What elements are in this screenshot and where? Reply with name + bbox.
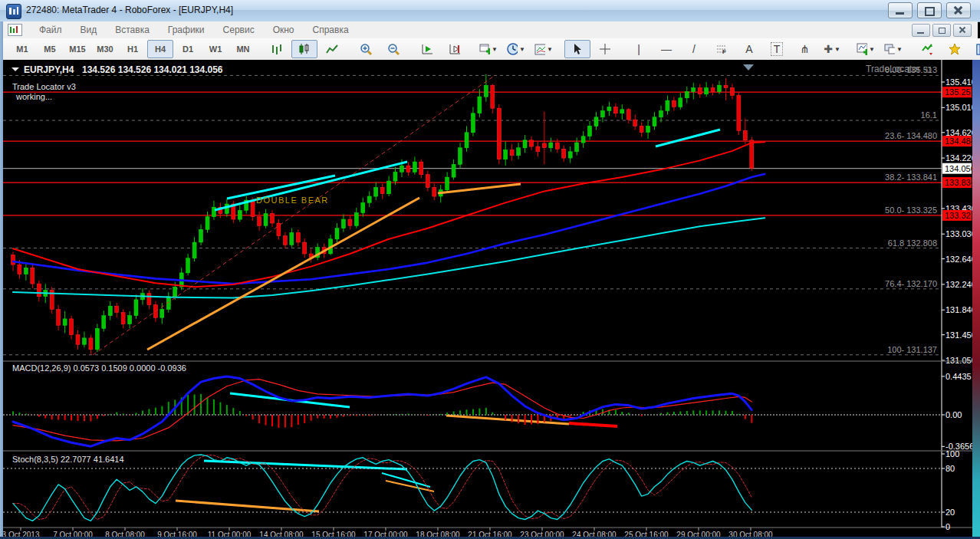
- candle: [692, 88, 696, 92]
- candle: [303, 242, 307, 254]
- timeframe-m1-button[interactable]: M1: [9, 40, 35, 58]
- timeframe-h1-button[interactable]: H1: [120, 40, 146, 58]
- price-axis-label: 132.240: [945, 280, 972, 289]
- ma-slow-cyan: [13, 218, 765, 297]
- market-watch-icon[interactable]: [914, 40, 940, 58]
- candlestick-chart-icon[interactable]: [291, 40, 317, 58]
- child-close-button[interactable]: [953, 24, 972, 37]
- text-tool[interactable]: A: [736, 40, 762, 58]
- candle: [57, 309, 61, 325]
- price-axis-label: 135.410: [945, 77, 972, 87]
- minimize-button[interactable]: [888, 2, 913, 18]
- period-button[interactable]: ▼: [503, 40, 529, 58]
- candle: [264, 214, 268, 226]
- menu-file[interactable]: Файл: [30, 22, 71, 38]
- zoom-out-icon[interactable]: [380, 40, 406, 58]
- time-axis-label: 24 Oct 08:00: [572, 531, 617, 537]
- fibonacci-tool[interactable]: F: [709, 40, 735, 58]
- candle: [478, 97, 482, 113]
- candle: [393, 172, 397, 181]
- chart-shift-icon[interactable]: [442, 40, 468, 58]
- candle: [750, 140, 754, 169]
- candle: [530, 140, 534, 146]
- candle: [659, 111, 663, 117]
- candle: [626, 110, 630, 120]
- cursor-icon[interactable]: [564, 40, 590, 58]
- candle: [406, 166, 410, 172]
- fibonacci-level-label: 76.4- 132.170: [885, 279, 937, 288]
- stoch-main-line: [13, 455, 751, 521]
- candle: [730, 88, 734, 96]
- candle: [341, 219, 345, 228]
- candle: [89, 338, 93, 350]
- stoch-axis-label: 80: [945, 464, 955, 473]
- horizontal-line-tool[interactable]: —: [653, 40, 679, 58]
- timeframe-w1-button[interactable]: W1: [202, 40, 229, 58]
- child-minimize-button[interactable]: [912, 24, 930, 37]
- menu-service[interactable]: Сервис: [214, 22, 264, 38]
- double-bear-annotation[interactable]: DOUBLE BEAR: [256, 196, 329, 205]
- candle: [575, 143, 579, 152]
- menu-window[interactable]: Окно: [264, 22, 304, 38]
- candle: [588, 126, 592, 136]
- menu-help[interactable]: Справка: [304, 22, 358, 38]
- time-axis-label: 30 Oct 08:00: [728, 531, 773, 537]
- candle: [335, 228, 339, 239]
- time-axis-label: 17 Oct 00:00: [363, 531, 408, 537]
- arrows-tool[interactable]: ✚▼: [819, 40, 845, 58]
- zoom-in-icon[interactable]: [353, 40, 379, 58]
- fibonacci-level-label: 23.6- 134.480: [885, 131, 937, 140]
- fibonacci-level-label: 38.2- 133.841: [885, 173, 937, 182]
- terminal-icon[interactable]: [969, 40, 980, 58]
- trendline-tool[interactable]: /: [681, 40, 707, 58]
- app-icon: [6, 4, 21, 19]
- macd-red-segment[interactable]: [569, 423, 617, 426]
- text-label-tool[interactable]: T: [764, 40, 790, 58]
- fibonacci-level-label: 61.8 132.808: [888, 238, 937, 248]
- template-button[interactable]: ▼: [531, 40, 557, 58]
- timeframe-mn-button[interactable]: MN: [230, 40, 256, 58]
- cyan-segment-right[interactable]: [656, 130, 720, 146]
- candle: [37, 284, 41, 297]
- timeframe-h4-button[interactable]: H4: [147, 40, 173, 58]
- menu-charts[interactable]: Графики: [159, 22, 214, 38]
- candle: [70, 319, 74, 335]
- bar-chart-icon[interactable]: [264, 40, 290, 58]
- sell-arrow-marker[interactable]: [743, 64, 754, 71]
- orange-trendline-right[interactable]: [438, 184, 521, 193]
- menu-insert[interactable]: Вставка: [106, 22, 159, 38]
- symbol-dropdown-icon[interactable]: [12, 67, 19, 71]
- chart-window-icon[interactable]: [8, 24, 22, 36]
- indicators-button[interactable]: ▼: [853, 40, 879, 58]
- candle: [380, 187, 384, 193]
- timeframe-m30-button[interactable]: M30: [92, 40, 118, 58]
- price-tag-value: 133.836: [945, 178, 972, 187]
- candle: [18, 265, 21, 274]
- timeframe-m5-button[interactable]: M5: [37, 40, 63, 58]
- title-bar[interactable]: 272480: MetaTrader 4 - RoboForex - [EURJ…: [0, 0, 980, 22]
- restore-button[interactable]: [917, 2, 942, 18]
- candle: [491, 85, 495, 108]
- pitchfork-tool[interactable]: ⋔: [791, 40, 817, 58]
- candle: [296, 233, 300, 243]
- child-restore-button[interactable]: [932, 24, 951, 37]
- chart-canvas[interactable]: 0.00- 135.51316.123.6- 134.48038.2- 133.…: [3, 60, 972, 537]
- timeframe-m15-button[interactable]: M15: [64, 40, 90, 58]
- vertical-line-tool[interactable]: |: [626, 40, 652, 58]
- candle: [147, 294, 151, 305]
- window-layout-button[interactable]: ▼: [880, 40, 906, 58]
- timeframe-d1-button[interactable]: D1: [175, 40, 201, 58]
- navigator-icon[interactable]: [942, 40, 968, 58]
- chart-symbol-label: EURJPY,H4: [24, 64, 74, 75]
- stoch-orange-trendline[interactable]: [176, 501, 319, 511]
- autoscroll-icon[interactable]: [414, 40, 440, 58]
- chart-area: 0.00- 135.51316.123.6- 134.48038.2- 133.…: [3, 60, 972, 537]
- candle: [471, 113, 475, 133]
- menu-view[interactable]: Вид: [71, 22, 107, 38]
- close-button[interactable]: [946, 2, 971, 18]
- stoch-cyan-trendline[interactable]: [204, 461, 407, 469]
- line-chart-icon[interactable]: [319, 40, 345, 58]
- crosshair-icon[interactable]: [592, 40, 618, 58]
- new-chart-button[interactable]: ▼: [475, 40, 502, 58]
- candle: [186, 258, 190, 273]
